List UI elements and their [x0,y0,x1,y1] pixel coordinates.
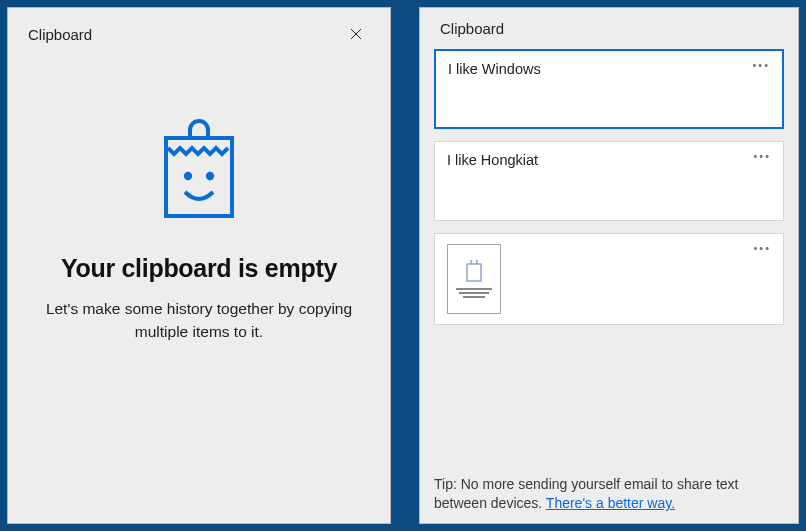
ellipsis-icon: ••• [752,59,770,71]
clipboard-image-thumbnail [447,244,501,314]
empty-subtitle: Let's make some history together by copy… [44,297,354,344]
item-more-button[interactable]: ••• [753,150,771,162]
close-icon [350,26,362,43]
thumbnail-lines-icon [454,288,494,298]
panel-title: Clipboard [28,26,92,43]
panel-header: Clipboard [8,8,390,56]
item-more-button[interactable]: ••• [753,242,771,254]
close-button[interactable] [342,20,370,48]
clipboard-item[interactable]: I like Hongkiat ••• [434,141,784,221]
panel-title: Clipboard [440,20,504,37]
svg-point-3 [186,174,190,178]
item-more-button[interactable]: ••• [752,59,770,71]
ellipsis-icon: ••• [753,242,771,254]
clipboard-item[interactable]: ••• [434,233,784,325]
tip-link[interactable]: There's a better way. [546,495,675,511]
tip-bar: Tip: No more sending yourself email to s… [420,467,798,523]
clipboard-item-text: I like Hongkiat [447,152,538,168]
empty-state: Your clipboard is empty Let's make some … [8,56,390,523]
ellipsis-icon: ••• [753,150,771,162]
clipboard-items-list: I like Windows ••• I like Hongkiat ••• [420,45,798,325]
clipboard-item[interactable]: I like Windows ••• [434,49,784,129]
clipboard-smile-icon [162,118,236,220]
clipboard-item-text: I like Windows [448,61,541,77]
svg-point-4 [208,174,212,178]
svg-rect-5 [467,264,481,281]
clipboard-panel-empty: Clipboard Your clipboard is empty Let's … [7,7,391,524]
clipboard-panel-history: Clipboard I like Windows ••• I like Hong… [419,7,799,524]
panel-header: Clipboard [420,8,798,45]
empty-heading: Your clipboard is empty [61,254,337,283]
